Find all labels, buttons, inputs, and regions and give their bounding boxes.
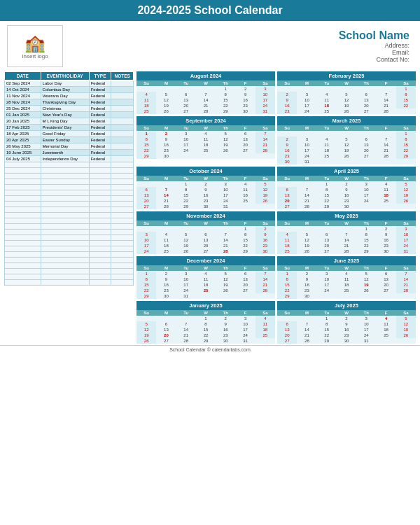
month-march-2025: March 2025 SuMTuWThFSa 1 2345678 9101112… (277, 116, 416, 164)
table-row: 04 July 2025Independence DayFederal (5, 156, 134, 162)
month-february-2025: February 2025 SuMTuWThFSa 1 2345678 9101… (277, 71, 416, 114)
top-section: 🏫 Insert logo School Name Address: Email… (0, 21, 420, 71)
table-row: 20 Apr 2025Easter SundayFederal (5, 137, 134, 144)
table-row-empty (5, 202, 134, 207)
school-info: School Name Address: Email: Contact No: (63, 29, 413, 63)
table-row: 26 May 2025Memorial DayFederal (5, 144, 134, 150)
table-row: 01 Jan 2025New Year's DayFederal (5, 112, 134, 118)
main-content: DATE EVENT/HOLIDAY TYPE NOTES 02 Sep 202… (0, 71, 420, 345)
table-row: 20 Jan 2025M L King DayFederal (5, 118, 134, 125)
title: 2024-2025 School Calendar (0, 0, 420, 21)
table-row-empty (5, 162, 134, 168)
table-row: 02 Sep 2024Labor DayFederal (5, 80, 134, 87)
table-row-empty (5, 274, 134, 280)
month-december-2024: December 2024 SuMTuWThFSa 1234567 891011… (136, 256, 275, 299)
email-label: Email: (63, 49, 410, 56)
col-notes: NOTES (111, 72, 134, 80)
table-row-empty (5, 190, 134, 196)
table-row: 28 Nov 2024Thanksgiving DayFederal (5, 99, 134, 106)
table-row-empty (5, 252, 134, 258)
month-september-2024: September 2024 SuMTuWThFSa 1234567 89101… (136, 116, 275, 164)
table-row-empty (5, 185, 134, 190)
table-row: 11 Nov 2024Veterans DayFederal (5, 93, 134, 99)
school-icon: 🏫 (24, 34, 46, 53)
table-row: 25 Dec 2024ChristmasFederal (5, 106, 134, 112)
table-row-empty (5, 224, 134, 230)
month-november-2024: November 2024 SuMTuWThFSa 12 3456789 101… (136, 211, 275, 254)
month-january-2025: January 2025 SuMTuWThFSa 1234 567891011 … (136, 301, 275, 344)
table-row-empty (5, 241, 134, 246)
table-row-empty (5, 263, 134, 269)
month-october-2024: October 2024 SuMTuWThFSa 12345 678910111… (136, 167, 275, 209)
holidays-table: DATE EVENT/HOLIDAY TYPE NOTES 02 Sep 202… (4, 71, 134, 344)
table-row-empty (5, 218, 134, 224)
address-label: Address: (63, 42, 410, 49)
footer: School Calendar © calendarlabs.com (0, 345, 420, 354)
month-june-2025: June 2025 SuMTuWThFSa 1234567 8910111213… (277, 256, 416, 299)
table-row-empty (5, 280, 134, 286)
table-row-empty (5, 168, 134, 174)
school-name: School Name (63, 29, 410, 42)
table-row-empty (5, 230, 134, 235)
calendars-grid: August 2024 SuMTuWThFSa 123 45678910 111… (136, 71, 416, 344)
table-row-empty (5, 258, 134, 263)
table-row-empty (5, 246, 134, 252)
table-row-empty (5, 269, 134, 274)
table-row: 18 Apr 2025Good FridayFederal (5, 131, 134, 137)
logo-label: Insert logo (22, 53, 48, 59)
table-row: 14 Oct 2024Columbus DayFederal (5, 87, 134, 93)
month-july-2025: July 2025 SuMTuWThFSa 12345 6789101112 1… (277, 301, 416, 344)
table-row-empty (5, 196, 134, 202)
page-header: 2024-2025 School Calendar (0, 0, 420, 21)
col-type: TYPE (89, 72, 111, 80)
table-row-empty (5, 213, 134, 218)
col-event: EVENT/HOLIDAY (41, 72, 89, 80)
contact-label: Contact No: (63, 56, 410, 63)
table-row: 19 June 2025JuneteenthFederal (5, 150, 134, 156)
table-row-empty (5, 235, 134, 241)
month-may-2025: May 2025 SuMTuWThFSa 123 45678910 111213… (277, 211, 416, 254)
table-row: 17 Feb 2025Presidents' DayFederal (5, 125, 134, 131)
month-august-2024: August 2024 SuMTuWThFSa 123 45678910 111… (136, 71, 275, 114)
table-row-empty (5, 174, 134, 179)
month-april-2025: April 2025 SuMTuWThFSa 12345 6789101112 … (277, 167, 416, 209)
col-date: DATE (5, 72, 41, 80)
logo-box: 🏫 Insert logo (7, 25, 63, 67)
table-row-empty (5, 179, 134, 185)
table-row-empty (5, 207, 134, 213)
footer-text: School Calendar © calendarlabs.com (169, 347, 251, 352)
